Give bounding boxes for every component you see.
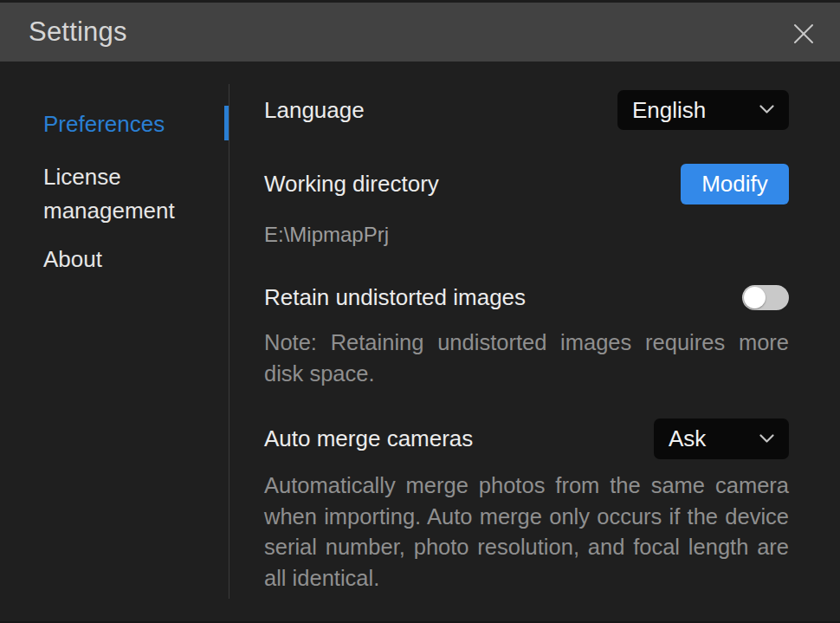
chevron-down-icon — [759, 102, 774, 118]
sidebar-item-label: License management — [43, 164, 175, 224]
toggle-knob — [744, 287, 766, 308]
settings-dialog: Settings Preferences License management … — [0, 0, 840, 623]
working-directory-label: Working directory — [264, 171, 439, 198]
auto-merge-dropdown-value: Ask — [669, 425, 706, 452]
sidebar-item-about[interactable]: About — [43, 245, 102, 273]
working-directory-path: E:\MipmapPrj — [264, 223, 389, 247]
auto-merge-label: Auto merge cameras — [264, 425, 473, 452]
sidebar-item-license-management[interactable]: License management — [43, 160, 208, 228]
language-dropdown[interactable]: English — [617, 90, 789, 130]
sidebar-item-preferences[interactable]: Preferences — [43, 110, 165, 138]
modify-button[interactable]: Modify — [681, 164, 789, 204]
sidebar-item-label: About — [43, 246, 102, 272]
settings-content: Preferences License management About Lan… — [0, 62, 840, 623]
retain-undistorted-note: Note: Retaining undistorted images requi… — [264, 328, 789, 389]
sidebar-divider — [229, 84, 229, 599]
sidebar-item-label: Preferences — [43, 111, 165, 137]
language-label: Language — [264, 97, 365, 124]
close-button[interactable] — [786, 17, 821, 52]
close-icon — [792, 23, 815, 48]
retain-undistorted-row: Retain undistorted images — [264, 283, 789, 311]
page-title: Settings — [29, 3, 127, 62]
auto-merge-description: Automatically merge photos from the same… — [264, 470, 789, 594]
active-tab-indicator — [224, 106, 229, 140]
language-row: Language English — [264, 90, 789, 130]
title-bar: Settings — [0, 3, 840, 62]
auto-merge-row: Auto merge cameras Ask — [264, 419, 789, 459]
retain-undistorted-label: Retain undistorted images — [264, 284, 526, 311]
auto-merge-dropdown[interactable]: Ask — [654, 419, 789, 459]
retain-undistorted-toggle[interactable] — [742, 285, 789, 310]
language-dropdown-value: English — [632, 97, 706, 124]
chevron-down-icon — [759, 432, 774, 447]
working-directory-row: Working directory Modify — [264, 164, 789, 204]
